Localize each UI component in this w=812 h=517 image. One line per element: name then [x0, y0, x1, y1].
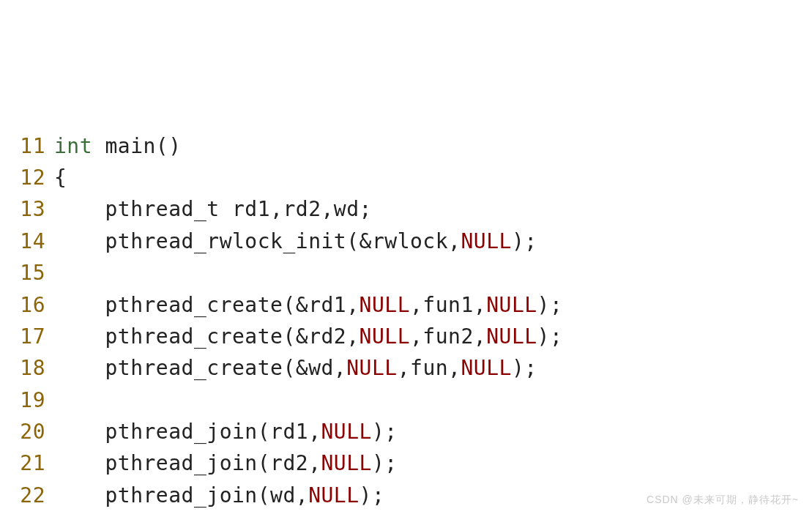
- line-number: 18: [6, 352, 54, 384]
- code-editor[interactable]: 11int main()12{13 pthread_t rd1,rd2,wd;1…: [0, 127, 812, 517]
- token-plain: ,fun,: [398, 356, 461, 380]
- token-plain: ,fun2,: [410, 324, 486, 349]
- line-number: 14: [6, 226, 54, 257]
- line-number: 22: [6, 480, 54, 511]
- line-number: 17: [6, 321, 54, 352]
- token-plain: );: [537, 324, 563, 349]
- token-plain: pthread_create(&rd2,: [54, 324, 360, 349]
- token-plain: pthread_join(rd2,: [54, 451, 321, 475]
- code-line[interactable]: 16 pthread_create(&rd1,NULL,fun1,NULL);: [6, 289, 812, 321]
- line-number: 16: [6, 289, 54, 321]
- code-line[interactable]: 18 pthread_create(&wd,NULL,fun,NULL);: [6, 352, 812, 384]
- code-text[interactable]: pthread_join(rd1,NULL);: [54, 416, 398, 447]
- code-text[interactable]: pthread_create(&rd2,NULL,fun2,NULL);: [54, 321, 562, 352]
- token-plain: main(): [92, 134, 182, 158]
- line-number: 21: [6, 447, 54, 479]
- token-const: NULL: [461, 356, 511, 380]
- token-const: NULL: [486, 324, 537, 349]
- token-plain: );: [512, 356, 537, 380]
- line-number: 23: [6, 511, 54, 517]
- token-plain: );: [360, 483, 385, 507]
- token-plain: pthread_rwlock_init(&rwlock,: [54, 229, 461, 253]
- code-text[interactable]: pthread_create(&wd,NULL,fun,NULL);: [54, 352, 537, 384]
- code-line[interactable]: 11int main(): [6, 130, 812, 162]
- token-const: NULL: [360, 293, 410, 317]
- code-line[interactable]: 14 pthread_rwlock_init(&rwlock,NULL);: [6, 226, 812, 257]
- token-const: NULL: [346, 356, 397, 380]
- code-line[interactable]: 23: [6, 511, 812, 517]
- token-plain: pthread_t rd1,rd2,wd;: [54, 197, 372, 221]
- code-text[interactable]: pthread_join(wd,NULL);: [54, 480, 384, 511]
- code-text[interactable]: pthread_rwlock_init(&rwlock,NULL);: [54, 226, 537, 257]
- code-line[interactable]: 20 pthread_join(rd1,NULL);: [6, 416, 812, 447]
- code-text[interactable]: pthread_t rd1,rd2,wd;: [54, 193, 372, 225]
- code-text[interactable]: int main(): [54, 130, 182, 162]
- code-text[interactable]: pthread_join(rd2,NULL);: [54, 447, 398, 479]
- code-text[interactable]: pthread_create(&rd1,NULL,fun1,NULL);: [54, 289, 562, 321]
- token-plain: ,fun1,: [410, 293, 486, 317]
- token-plain: {: [54, 165, 67, 190]
- code-text[interactable]: {: [54, 162, 67, 193]
- token-plain: );: [372, 420, 398, 444]
- token-plain: );: [512, 229, 537, 253]
- token-plain: pthread_create(&rd1,: [54, 293, 360, 317]
- line-number: 15: [6, 257, 54, 289]
- line-number: 13: [6, 193, 54, 225]
- code-line[interactable]: 12{: [6, 162, 812, 193]
- token-plain: );: [372, 451, 398, 475]
- token-plain: pthread_create(&wd,: [54, 356, 346, 380]
- line-number: 11: [6, 130, 54, 162]
- token-const: NULL: [308, 483, 359, 507]
- token-plain: pthread_join(rd1,: [54, 420, 321, 444]
- code-line[interactable]: 17 pthread_create(&rd2,NULL,fun2,NULL);: [6, 321, 812, 352]
- token-const: NULL: [321, 451, 372, 475]
- token-const: NULL: [461, 229, 511, 253]
- token-const: NULL: [321, 420, 372, 444]
- line-number: 20: [6, 416, 54, 447]
- line-number: 12: [6, 162, 54, 193]
- code-line[interactable]: 19: [6, 384, 812, 416]
- watermark-text: CSDN @未来可期，静待花开~: [647, 492, 799, 508]
- code-line[interactable]: 21 pthread_join(rd2,NULL);: [6, 447, 812, 479]
- token-plain: pthread_join(wd,: [54, 483, 308, 507]
- code-line[interactable]: 13 pthread_t rd1,rd2,wd;: [6, 193, 812, 225]
- line-number: 19: [6, 384, 54, 416]
- token-kw: int: [54, 134, 92, 158]
- code-line[interactable]: 15: [6, 257, 812, 289]
- token-const: NULL: [486, 293, 537, 317]
- token-plain: );: [537, 293, 563, 317]
- token-const: NULL: [360, 324, 410, 349]
